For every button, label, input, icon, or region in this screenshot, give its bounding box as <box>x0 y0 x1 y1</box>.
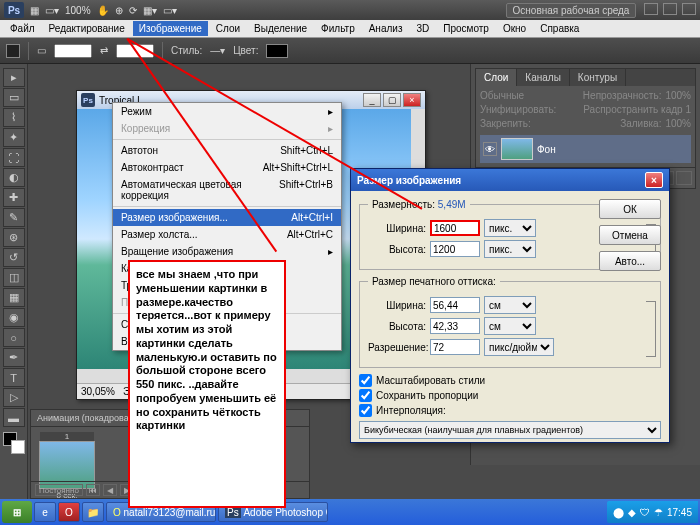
layer-row[interactable]: 👁 Фон <box>480 135 691 163</box>
menu-filter[interactable]: Фильтр <box>315 21 361 36</box>
type-tool[interactable]: T <box>3 368 25 387</box>
ok-button[interactable]: ОК <box>599 199 661 219</box>
dialog-titlebar[interactable]: Размер изображения × <box>351 169 669 191</box>
wand-tool[interactable]: ✦ <box>3 128 25 147</box>
fill-value[interactable]: 100% <box>665 118 691 129</box>
pwidth-unit-select[interactable]: см <box>484 296 536 314</box>
pheight-unit-select[interactable]: см <box>484 317 536 335</box>
tab-channels[interactable]: Каналы <box>517 69 570 86</box>
menu-window[interactable]: Окно <box>497 21 532 36</box>
pen-tool[interactable]: ✒ <box>3 348 25 367</box>
path-tool[interactable]: ▷ <box>3 388 25 407</box>
dodge-tool[interactable]: ○ <box>3 328 25 347</box>
doc-maximize-icon[interactable]: ▢ <box>383 93 401 107</box>
prev-frame-icon[interactable]: ◀ <box>103 484 117 496</box>
color-swatch[interactable] <box>266 44 288 58</box>
crop-tool[interactable]: ⛶ <box>3 148 25 167</box>
pheight-input[interactable] <box>430 318 480 334</box>
height-input[interactable] <box>430 241 480 257</box>
maximize-icon[interactable] <box>663 3 677 15</box>
eyedropper-tool[interactable]: ◐ <box>3 168 25 187</box>
opacity-value[interactable]: 100% <box>665 90 691 101</box>
stamp-tool[interactable]: ⊛ <box>3 228 25 247</box>
hand-icon[interactable]: ✋ <box>97 5 109 16</box>
layer-name[interactable]: Фон <box>537 144 556 155</box>
constrain-checkbox[interactable]: Сохранить пропорции <box>359 389 661 402</box>
layout-icon[interactable]: ▭▾ <box>45 5 59 16</box>
dialog-close-icon[interactable]: × <box>645 172 663 188</box>
doc-zoom[interactable]: 30,05% <box>81 386 115 397</box>
res-input[interactable] <box>430 339 480 355</box>
opt-input[interactable] <box>54 44 92 58</box>
menu-select[interactable]: Выделение <box>248 21 313 36</box>
zoom-icon[interactable]: ⊕ <box>115 5 123 16</box>
pwidth-input[interactable] <box>430 297 480 313</box>
interp-method-select[interactable]: Бикубическая (наилучшая для плавных град… <box>359 421 661 439</box>
delete-icon[interactable] <box>676 171 692 185</box>
menu-item[interactable]: АвтоконтрастAlt+Shift+Ctrl+L <box>113 159 341 176</box>
res-unit-select[interactable]: пикс/дюйм <box>484 338 554 356</box>
shape-tool[interactable]: ▬ <box>3 408 25 427</box>
grid-icon[interactable]: ▦▾ <box>143 5 157 16</box>
move-tool[interactable]: ▸ <box>3 68 25 87</box>
menu-help[interactable]: Справка <box>534 21 585 36</box>
eraser-tool[interactable]: ◫ <box>3 268 25 287</box>
menu-item[interactable]: АвтотонShift+Ctrl+L <box>113 142 341 159</box>
brush-tool[interactable]: ✎ <box>3 208 25 227</box>
link-icon-2[interactable] <box>646 301 656 357</box>
menu-image[interactable]: Изображение <box>133 21 208 36</box>
auto-button[interactable]: Авто... <box>599 251 661 271</box>
menu-item[interactable]: Размер холста...Alt+Ctrl+C <box>113 226 341 243</box>
blend-mode[interactable]: Обычные <box>480 90 524 101</box>
width-input[interactable] <box>430 220 480 236</box>
propagate-label[interactable]: Распространить кадр 1 <box>583 104 691 115</box>
style-icon[interactable]: —▾ <box>210 45 225 56</box>
workspace-button[interactable]: Основная рабочая среда <box>506 3 637 18</box>
menu-file[interactable]: Файл <box>4 21 41 36</box>
menu-view[interactable]: Просмотр <box>437 21 495 36</box>
tray-icon[interactable]: ⬤ <box>613 507 624 518</box>
height-unit-select[interactable]: пикс. <box>484 240 536 258</box>
width-unit-select[interactable]: пикс. <box>484 219 536 237</box>
interp-checkbox[interactable]: Интерполяция: <box>359 404 661 417</box>
taskbar-opera-icon[interactable]: O <box>58 502 80 522</box>
rotate-icon[interactable]: ⟳ <box>129 5 137 16</box>
tool-preset-icon[interactable] <box>6 44 20 58</box>
loop-select[interactable]: Постоянно <box>35 484 83 496</box>
visibility-icon[interactable]: 👁 <box>483 142 497 156</box>
scale-checkbox[interactable]: Масштабировать стили <box>359 374 661 387</box>
tray-icon[interactable]: 🛡 <box>640 507 650 518</box>
menu-item[interactable]: Вращение изображения▸ <box>113 243 341 260</box>
doc-minimize-icon[interactable]: _ <box>363 93 381 107</box>
clock[interactable]: 17:45 <box>667 507 692 518</box>
zoom-level[interactable]: 100% <box>65 5 91 16</box>
doc-close-icon[interactable]: × <box>403 93 421 107</box>
tab-paths[interactable]: Контуры <box>570 69 626 86</box>
first-frame-icon[interactable]: ⏮ <box>86 484 100 496</box>
menu-3d[interactable]: 3D <box>410 21 435 36</box>
close-icon[interactable] <box>682 3 696 15</box>
gradient-tool[interactable]: ▦ <box>3 288 25 307</box>
menu-analysis[interactable]: Анализ <box>363 21 409 36</box>
heal-tool[interactable]: ✚ <box>3 188 25 207</box>
tray-icon[interactable]: ☂ <box>654 507 663 518</box>
color-swatch-tool[interactable] <box>3 432 25 454</box>
tab-layers[interactable]: Слои <box>476 69 517 86</box>
menu-item[interactable]: Режим▸ <box>113 103 341 120</box>
cancel-button[interactable]: Отмена <box>599 225 661 245</box>
taskbar-explorer-icon[interactable]: 📁 <box>82 502 104 522</box>
tray-icon[interactable]: ◆ <box>628 507 636 518</box>
taskbar-ie-icon[interactable]: e <box>34 502 56 522</box>
blur-tool[interactable]: ◉ <box>3 308 25 327</box>
minimize-icon[interactable] <box>644 3 658 15</box>
marquee-icon[interactable]: ▭ <box>37 45 46 56</box>
marquee-tool[interactable]: ▭ <box>3 88 25 107</box>
screen-icon[interactable]: ▭▾ <box>163 5 177 16</box>
system-tray[interactable]: ⬤ ◆ 🛡 ☂ 17:45 <box>607 501 698 523</box>
menu-edit[interactable]: Редактирование <box>43 21 131 36</box>
menu-item[interactable]: Размер изображения...Alt+Ctrl+I <box>113 209 341 226</box>
menu-layers[interactable]: Слои <box>210 21 246 36</box>
start-button[interactable]: ⊞ <box>2 501 32 523</box>
bridge-icon[interactable]: ▦ <box>30 5 39 16</box>
lasso-tool[interactable]: ⌇ <box>3 108 25 127</box>
